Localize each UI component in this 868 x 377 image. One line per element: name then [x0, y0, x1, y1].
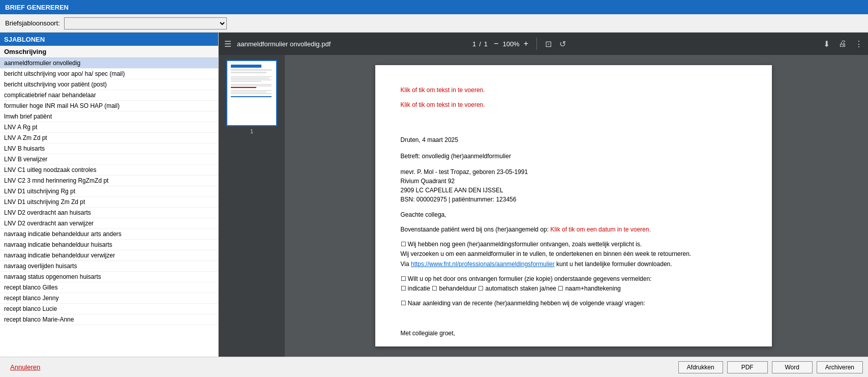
current-page: 1 [472, 40, 476, 48]
pdf-checkbox1: ☐ Wij hebben nog geen (her)aanmeldingsfo… [401, 240, 746, 269]
print-button[interactable]: Afdrukken [678, 361, 723, 373]
pdf-greeting: Geachte collega, [401, 210, 746, 220]
total-pages: 1 [484, 40, 488, 48]
checkbox2-text: ☐ Wilt u op het door ons ontvangen formu… [401, 274, 746, 284]
pdf-toolbar: ☰ aanmeldformulier onvolledig.pdf 1 / 1 … [219, 33, 868, 55]
list-item[interactable]: LNV C1 uitleg noodzaak controles [0, 165, 218, 176]
pdf-page: Klik of tik om tekst in te voeren. Klik … [375, 65, 772, 346]
patient-line4: BSN: 000002975 | patiëntnummer: 123456 [401, 195, 746, 204]
list-item[interactable]: navraag indicatie behandelduur huisarts [0, 240, 218, 250]
body1-prefix: Bovenstaande patiënt werd bij ons (her)a… [401, 226, 551, 233]
column-header: Omschrijving [0, 46, 218, 58]
list-item[interactable]: LNV B verwijzer [0, 154, 218, 165]
list-item[interactable]: bericht uitschrijving voor apo/ ha/ spec… [0, 69, 218, 79]
checkbox1-text: ☐ Wij hebben nog geen (her)aanmeldingsfo… [401, 240, 746, 249]
list-item[interactable]: navraag indicatie behandelduur arts ande… [0, 229, 218, 240]
checkbox3-text: ☐ Naar aanleiding van de recente (her)aa… [401, 299, 746, 308]
briefsjabloon-label: Briefsjabloonsoort: [5, 19, 60, 27]
list-item[interactable]: recept blanco Lucie [0, 304, 218, 314]
list-item[interactable]: LNV B huisarts [0, 143, 218, 154]
pdf-thumbnail-1[interactable] [226, 60, 277, 126]
toolbar-separator [536, 38, 537, 50]
aanmeld-link[interactable]: https://www.fnt.nl/professionals/aanmeld… [411, 260, 555, 268]
list-item[interactable]: LNV D2 overdracht aan huisarts [0, 208, 218, 218]
bottom-buttons: AfdrukkenPDFWordArchiveren [678, 361, 863, 373]
subject-prefix: Betreft: [401, 153, 422, 160]
list-item[interactable]: recept blanco Jenny [0, 293, 218, 304]
pdf-body1: Bovenstaande patiënt werd bij ons (her)a… [401, 225, 746, 235]
link-pre: Via [401, 260, 411, 268]
placeholder-2: Klik of tik om tekst in te voeren. [401, 100, 746, 110]
list-item[interactable]: recept blanco Gilles [0, 282, 218, 293]
list-item[interactable]: LNV D1 uitschrijving Zm Zd pt [0, 197, 218, 208]
download-icon[interactable]: ⬇ [821, 39, 831, 49]
pdf-nav: 1 / 1 [472, 40, 488, 48]
list-item[interactable]: LNV D2 overdracht aan verwijzer [0, 218, 218, 229]
patient-line2: Rivium Quadrant 92 [401, 177, 746, 186]
checkbox1-sub: Wij verzoeken u om een aanmeldformulier … [401, 249, 746, 259]
thumbnail-label: 1 [250, 128, 253, 134]
pdf-filename: aanmeldformulier onvolledig.pdf [237, 40, 331, 48]
patient-line1: mevr. P. Mol - test Tropaz, geboren 23-0… [401, 167, 746, 177]
pdf-main-content[interactable]: Klik of tik om tekst in te voeren. Klik … [285, 55, 862, 357]
sjablonen-list[interactable]: aanmeldformulier onvolledigbericht uitsc… [0, 58, 218, 357]
list-item[interactable]: navraag status opgenomen huisarts [0, 272, 218, 282]
list-item[interactable]: lmwh brief patiënt [0, 111, 218, 122]
checkbox2-sub: ☐ indicatie ☐ behandelduur ☐ automatisch… [401, 284, 746, 294]
checkbox1-link-row: Via https://www.fnt.nl/professionals/aan… [401, 259, 746, 269]
more-options-icon[interactable]: ⋮ [854, 39, 864, 49]
app-title: BRIEF GENEREREN [5, 4, 69, 11]
cancel-link[interactable]: Annuleren [5, 363, 45, 371]
sjablonen-header: SJABLONEN [0, 33, 218, 46]
subject-text: onvolledig (her)aanmeldformulier [422, 153, 511, 160]
pdf-thumbnails[interactable]: 1 [219, 55, 285, 357]
main-content: SJABLONEN Omschrijving aanmeldformulier … [0, 33, 868, 357]
pdf-zoom: − 100% + [492, 38, 530, 49]
briefsjabloon-select[interactable] [64, 17, 227, 30]
briefsjabloon-row: Briefsjabloonsoort: [0, 14, 868, 33]
hamburger-icon[interactable]: ☰ [223, 39, 233, 49]
list-item[interactable]: navraag overlijden huisarts [0, 261, 218, 272]
patient-line3: 2909 LC CAPELLE AAN DEN IJSSEL [401, 186, 746, 195]
zoom-in-button[interactable]: + [522, 38, 530, 49]
zoom-level: 100% [502, 40, 519, 48]
list-item[interactable]: LNV C2 3 mnd herinnering RgZmZd pt [0, 176, 218, 186]
pdf-date: Druten, 4 maart 2025 [401, 135, 746, 145]
word-button[interactable]: Word [772, 361, 813, 373]
list-item[interactable]: recept blanco Marie-Anne [0, 314, 218, 325]
archive-button[interactable]: Archiveren [817, 361, 863, 373]
list-item[interactable]: complicatiebrief naar behandelaar [0, 90, 218, 101]
pdf-viewer-area: 1 Klik of tik om tekst in te voeren. Kli… [219, 55, 868, 357]
list-item[interactable]: aanmeldformulier onvolledig [0, 58, 218, 69]
list-item[interactable]: LNV A Zm Zd pt [0, 133, 218, 143]
body1-red: Klik of tik om een datum in te voeren. [550, 226, 650, 233]
zoom-out-button[interactable]: − [492, 38, 500, 49]
list-item[interactable]: bericht uitschrijving voor patiënt (post… [0, 79, 218, 90]
right-panel: ☰ aanmeldformulier onvolledig.pdf 1 / 1 … [219, 33, 868, 357]
list-item[interactable]: LNV D1 uitschrijving Rg pt [0, 186, 218, 197]
right-scrollbar[interactable] [862, 55, 868, 357]
thumbnail-content [229, 63, 275, 124]
left-panel: SJABLONEN Omschrijving aanmeldformulier … [0, 33, 219, 357]
pdf-checkbox2: ☐ Wilt u op het door ons ontvangen formu… [401, 274, 746, 294]
rotate-icon[interactable]: ↺ [557, 39, 567, 49]
app-title-bar: BRIEF GENEREREN [0, 0, 868, 14]
list-item[interactable]: LNV A Rg pt [0, 122, 218, 133]
pdf-button[interactable]: PDF [727, 361, 768, 373]
bottom-bar: Annuleren AfdrukkenPDFWordArchiveren [0, 357, 868, 377]
pdf-closing: Met collegiale groet, [401, 329, 746, 338]
pdf-subject: Betreft: onvolledig (her)aanmeldformulie… [401, 152, 746, 161]
fit-page-icon[interactable]: ⊡ [543, 39, 553, 49]
print-icon[interactable]: 🖨 [837, 39, 848, 49]
placeholder-1: Klik of tik om tekst in te voeren. [401, 85, 746, 95]
pdf-checkbox3: ☐ Naar aanleiding van de recente (her)aa… [401, 299, 746, 308]
link-post: kunt u het landelijke formulier download… [555, 260, 672, 268]
pdf-address: mevr. P. Mol - test Tropaz, geboren 23-0… [401, 167, 746, 204]
list-item[interactable]: formulier hoge INR mail HA SO HAP (mail) [0, 101, 218, 111]
list-item[interactable]: navraag indicatie behandelduur verwijzer [0, 250, 218, 261]
